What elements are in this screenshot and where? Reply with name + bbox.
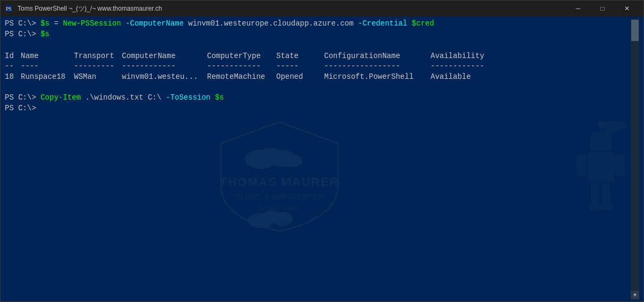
sep-state: ----- [276,61,324,72]
param-tosession: -ToSession [166,93,210,103]
cell-availability: Available [431,72,489,83]
header-availability: Availability [431,51,489,62]
header-name: Name [21,51,74,62]
header-transport: Transport [74,51,122,62]
window-controls: ─ □ ✕ [566,1,639,17]
table-header-row: Id Name Transport ComputerName ComputerT… [5,51,489,62]
window-title: Toms PowerShell ¬_(ツ)_/¬ www.thomasmaure… [18,4,162,13]
header-id: Id [5,51,21,62]
empty-line-2 [5,83,631,93]
sep-configname: ----------------- [324,61,431,72]
ps-table: Id Name Transport ComputerName ComputerT… [5,51,489,83]
cell-configname: Microsoft.PowerShell [324,72,431,83]
terminal-body: PS C:\> $s = New-PSSession -ComputerName… [1,17,643,301]
cmd-copy-item: Copy-Item [40,93,81,103]
cell-name: Runspace18 [21,72,74,83]
prompt-2: PS C:\> [5,29,40,40]
terminal-line-2: PS C:\> $s [5,29,631,40]
terminal-line-final: PS C:\> [5,103,631,114]
cmd-new-pssession: New-PSSession [63,19,121,29]
title-bar: PS Toms PowerShell ¬_(ツ)_/¬ www.thomasma… [1,1,643,17]
empty-line-1 [5,39,631,50]
sep-availability: ------------ [431,61,489,72]
terminal-content[interactable]: PS C:\> $s = New-PSSession -ComputerName… [5,19,631,299]
terminal-line-1: PS C:\> $s = New-PSSession -ComputerName… [5,19,631,29]
powershell-icon: PS [5,4,13,13]
cell-id: 18 [5,72,21,83]
copy-args: .\windows.txt C:\ [81,93,166,103]
cell-transport: WSMan [74,72,122,83]
scrollbar[interactable]: ▼ [631,19,639,299]
prompt-3: PS C:\> [5,93,40,103]
scrollbar-down-arrow[interactable]: ▼ [631,291,639,299]
equals: = [49,19,63,29]
sep-id: -- [5,61,21,72]
prompt-4: PS C:\> [5,103,40,114]
cred-var: $cred [412,19,434,29]
header-computertype: ComputerType [207,51,276,62]
computername-value: winvm01.westeurope.cloudapp.azure.com [188,19,354,29]
param-credential: -Credential [353,19,411,29]
cell-computertype: RemoteMachine [207,72,276,83]
title-bar-left: PS Toms PowerShell ¬_(ツ)_/¬ www.thomasma… [5,4,162,13]
header-computername: ComputerName [122,51,207,62]
var-s-2: $s [40,29,49,40]
table-separator-row: -- ---- --------- ------------ ---------… [5,61,489,72]
var-s-1: $s [40,19,49,29]
param-computername: -ComputerName [121,19,188,29]
cell-state: Opened [276,72,324,83]
prompt-1: PS C:\> [5,19,40,29]
maximize-button[interactable]: □ [590,1,615,17]
scrollbar-thumb[interactable] [631,20,639,41]
cell-computername: winvm01.westeu... [122,72,207,83]
session-var: $s [211,93,224,103]
close-button[interactable]: ✕ [615,1,639,17]
sep-transport: --------- [74,61,122,72]
table-data-row: 18 Runspace18 WSMan winvm01.westeu... Re… [5,72,489,83]
header-state: State [276,51,324,62]
terminal-line-copy: PS C:\> Copy-Item .\windows.txt C:\ -ToS… [5,93,631,103]
terminal-window: PS Toms PowerShell ¬_(ツ)_/¬ www.thomasma… [0,0,644,302]
sep-name: ---- [21,61,74,72]
minimize-button[interactable]: ─ [566,1,590,17]
header-configname: ConfigurationName [324,51,431,62]
sep-computername: ------------ [122,61,207,72]
sep-computertype: ------------ [207,61,276,72]
svg-text:PS: PS [6,6,12,12]
